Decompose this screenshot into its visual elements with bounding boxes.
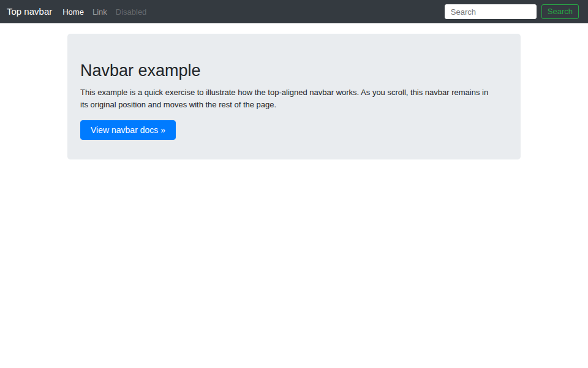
search-input[interactable] <box>445 4 537 19</box>
page-title: Navbar example <box>80 61 508 81</box>
view-navbar-docs-button[interactable]: View navbar docs » <box>80 120 176 140</box>
jumbotron: Navbar example This example is a quick e… <box>67 34 521 159</box>
main-content: Navbar example This example is a quick e… <box>67 34 521 159</box>
navbar-brand[interactable]: Top navbar <box>7 0 52 23</box>
nav-item-disabled: Disabled <box>111 7 151 17</box>
nav-item-link[interactable]: Link <box>88 7 111 17</box>
jumbotron-description: This example is a quick exercise to illu… <box>80 86 497 111</box>
search-button[interactable]: Search <box>541 4 579 19</box>
top-navbar: Top navbar Home Link Disabled Search <box>0 0 588 23</box>
nav-item-home[interactable]: Home <box>58 7 88 17</box>
navbar-nav: Home Link Disabled <box>58 7 151 17</box>
search-form: Search <box>445 4 579 19</box>
